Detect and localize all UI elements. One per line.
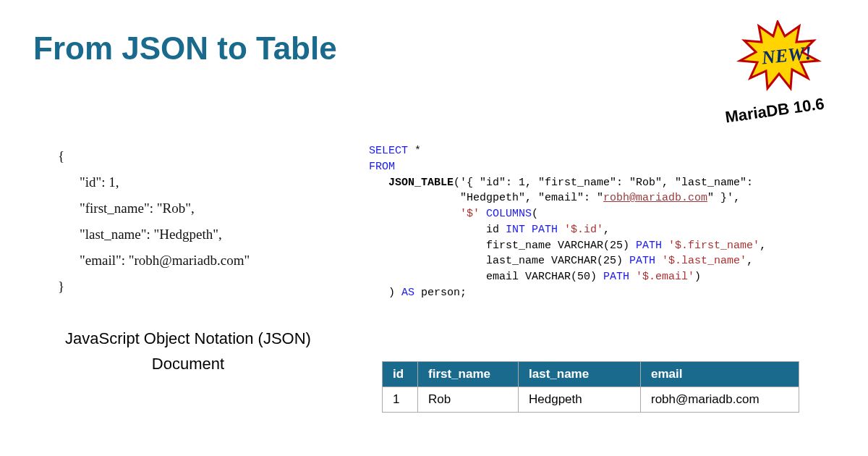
sql-kw: PATH xyxy=(603,271,629,283)
sql-str: '$.last_name' xyxy=(655,255,746,267)
td-id: 1 xyxy=(383,387,418,413)
sql-tok: id xyxy=(486,224,506,236)
version-label: MariaDB 10.6 xyxy=(724,95,825,127)
json-line: "id": 1, xyxy=(58,169,250,195)
sql-tok: * xyxy=(408,145,421,157)
sql-tok: " }' xyxy=(707,192,733,204)
json-line: "first_name": "Rob", xyxy=(58,195,250,221)
th-id: id xyxy=(383,362,418,387)
th-email: email xyxy=(641,362,799,387)
sql-str: '$.id' xyxy=(558,224,603,236)
json-line: "last_name": "Hedgpeth", xyxy=(58,221,250,248)
sql-tok: ( xyxy=(532,208,538,220)
th-first-name: first_name xyxy=(418,362,519,387)
sql-tok: , xyxy=(746,255,753,267)
sql-fn: JSON_TABLE xyxy=(388,177,454,189)
td-last-name: Hedgpeth xyxy=(519,387,641,413)
caption-line: JavaScript Object Notation (JSON) xyxy=(65,329,311,347)
sql-str: '$.first_name' xyxy=(662,240,760,252)
sql-tok: email VARCHAR(50) xyxy=(486,271,603,283)
sql-code-block: SELECT * FROM JSON_TABLE('{ "id": 1, "fi… xyxy=(369,143,766,301)
slide-title: From JSON to Table xyxy=(33,30,337,67)
table-row: 1 Rob Hedgpeth robh@mariadb.com xyxy=(383,387,799,413)
sql-tok: last_name VARCHAR(25) xyxy=(486,255,629,267)
result-table: id first_name last_name email 1 Rob Hedg… xyxy=(382,361,799,413)
sql-tok: , xyxy=(760,240,766,252)
sql-tok: "Hedgpeth", "email": " xyxy=(460,192,603,204)
sql-tok: , xyxy=(603,224,610,236)
sql-tok: , xyxy=(733,192,740,204)
json-caption: JavaScript Object Notation (JSON) Docume… xyxy=(58,326,318,376)
sql-kw: PATH xyxy=(636,240,662,252)
sql-tok: person; xyxy=(414,287,467,299)
sql-kw: SELECT xyxy=(369,145,408,157)
sql-tok: ('{ "id": 1, "first_name": "Rob", "last_… xyxy=(454,177,753,189)
sql-str: '$.email' xyxy=(629,271,694,283)
json-open-brace: { xyxy=(58,148,64,164)
json-line: "email": "robh@mariadb.com" xyxy=(58,248,250,274)
th-last-name: last_name xyxy=(519,362,641,387)
sql-email: robh@mariadb.com xyxy=(603,192,707,204)
sql-kw: FROM xyxy=(369,161,395,173)
sql-kw: AS xyxy=(401,287,414,299)
sql-kw: INT PATH xyxy=(506,224,558,236)
sql-tok: first_name VARCHAR(25) xyxy=(486,240,636,252)
td-first-name: Rob xyxy=(418,387,519,413)
caption-line: Document xyxy=(152,355,224,373)
sql-tok: ) xyxy=(388,287,401,299)
sql-kw: COLUMNS xyxy=(480,208,532,220)
sql-tok: ) xyxy=(694,271,701,283)
json-document-example: { "id": 1, "first_name": "Rob", "last_na… xyxy=(58,143,250,300)
sql-str: '$' xyxy=(460,208,480,220)
td-email: robh@mariadb.com xyxy=(641,387,799,413)
sql-kw: PATH xyxy=(629,255,655,267)
table-header-row: id first_name last_name email xyxy=(383,362,799,387)
json-close-brace: } xyxy=(58,279,64,294)
